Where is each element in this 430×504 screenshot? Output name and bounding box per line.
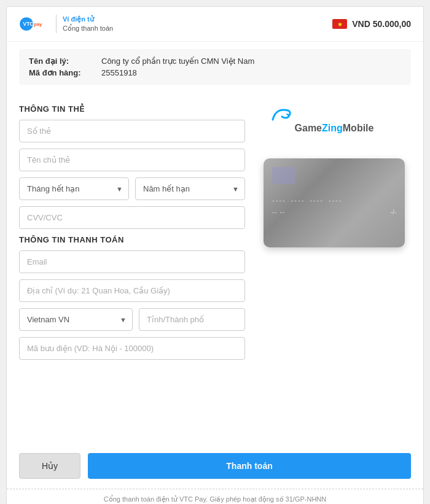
order-value: 25551918 <box>101 68 137 77</box>
card-num-1: ---- <box>272 196 286 204</box>
city-input[interactable] <box>139 308 245 331</box>
right-panel: GameZingMobile ---- ---- ---- ---- -- --… <box>257 92 411 443</box>
watermark-mobile: Mobile <box>343 123 374 133</box>
address-field <box>19 279 245 302</box>
cvv-input[interactable] <box>19 206 245 229</box>
gamezingmobile-icon <box>270 104 294 123</box>
watermark-area: GameZingMobile <box>264 110 405 134</box>
year-select[interactable]: Năm hết hạn 202420252026 202720282029 20… <box>135 177 245 200</box>
postal-input[interactable] <box>19 337 245 360</box>
payment-section-title: THÔNG TIN THANH TOÁN <box>19 235 245 244</box>
info-box: Tên đại lý: Công ty cổ phần trực tuyến C… <box>19 49 411 85</box>
logo-area: VTC pay Ví điện tử Cổng thanh toán <box>19 14 113 34</box>
card-date-display: -- -- <box>272 209 285 215</box>
card-slash-display: -/- <box>391 209 396 215</box>
address-input[interactable] <box>19 279 245 302</box>
vietnam-flag-icon <box>332 19 347 29</box>
logo-line1: Ví điện tử <box>63 15 113 24</box>
pay-button[interactable]: Thanh toán <box>88 453 411 479</box>
card-holder-input[interactable] <box>19 149 245 171</box>
header: VTC pay Ví điện tử Cổng thanh toán VND 5… <box>7 7 423 42</box>
card-section-title: THÔNG TIN THẺ <box>19 104 245 114</box>
agent-row: Tên đại lý: Công ty cổ phần trực tuyến C… <box>29 56 401 66</box>
month-select-wrap: Tháng hết hạn 010203 040506 070809 10111… <box>19 177 129 200</box>
card-number-field <box>19 120 245 142</box>
order-row: Mã đơn hàng: 25551918 <box>29 68 401 77</box>
svg-text:pay: pay <box>34 21 42 27</box>
card-num-3: ---- <box>310 196 324 204</box>
logo-tagline: Ví điện tử Cổng thanh toán <box>56 15 113 34</box>
card-bottom: -- -- -/- <box>272 209 396 215</box>
page-wrapper: VTC pay Ví điện tử Cổng thanh toán VND 5… <box>6 6 424 504</box>
watermark-text: GameZingMobile <box>264 123 405 134</box>
watermark-game: Game <box>295 123 322 133</box>
email-input[interactable] <box>19 250 245 273</box>
year-select-wrap: Năm hết hạn 202420252026 202720282029 20… <box>135 177 245 200</box>
logo-line2: Cổng thanh toán <box>63 24 113 33</box>
card-num-4: ---- <box>329 196 343 204</box>
header-right: VND 50.000,00 <box>332 19 411 29</box>
currency-amount: VND 50.000,00 <box>352 19 411 29</box>
order-label: Mã đơn hàng: <box>29 68 96 77</box>
card-num-2: ---- <box>291 196 305 204</box>
button-row: Hủy Thanh toán <box>7 443 423 489</box>
postal-field <box>19 337 245 360</box>
card-visual: ---- ---- ---- ---- -- -- -/- <box>264 158 405 247</box>
city-field <box>139 308 245 331</box>
agent-label: Tên đại lý: <box>29 56 96 66</box>
footer-text: Cổng thanh toán điện tử VTC Pay. Giấy ph… <box>104 495 326 503</box>
country-row: Vietnam VN USA Japan ▼ <box>19 308 245 331</box>
card-number-display: ---- ---- ---- ---- <box>272 196 396 204</box>
svg-text:VTC: VTC <box>23 21 34 27</box>
main-content: THÔNG TIN THẺ Tháng hết hạn 010203 04050… <box>7 92 423 443</box>
card-chip-icon <box>272 167 295 184</box>
email-field <box>19 250 245 273</box>
month-select[interactable]: Tháng hết hạn 010203 040506 070809 10111… <box>19 177 129 200</box>
agent-value: Công ty cổ phần trực tuyến CMN Việt Nam <box>101 56 254 66</box>
card-holder-field <box>19 149 245 171</box>
country-select[interactable]: Vietnam VN USA Japan <box>19 308 133 331</box>
cvv-field <box>19 206 245 229</box>
card-number-input[interactable] <box>19 120 245 142</box>
country-select-wrap: Vietnam VN USA Japan ▼ <box>19 308 133 331</box>
expiry-row: Tháng hết hạn 010203 040506 070809 10111… <box>19 177 245 200</box>
cancel-button[interactable]: Hủy <box>19 453 80 479</box>
footer: Cổng thanh toán điện tử VTC Pay. Giấy ph… <box>7 489 423 504</box>
vtcpay-logo: VTC pay <box>19 14 49 34</box>
left-panel: THÔNG TIN THẺ Tháng hết hạn 010203 04050… <box>19 92 245 443</box>
watermark-zing: Zing <box>322 123 343 133</box>
